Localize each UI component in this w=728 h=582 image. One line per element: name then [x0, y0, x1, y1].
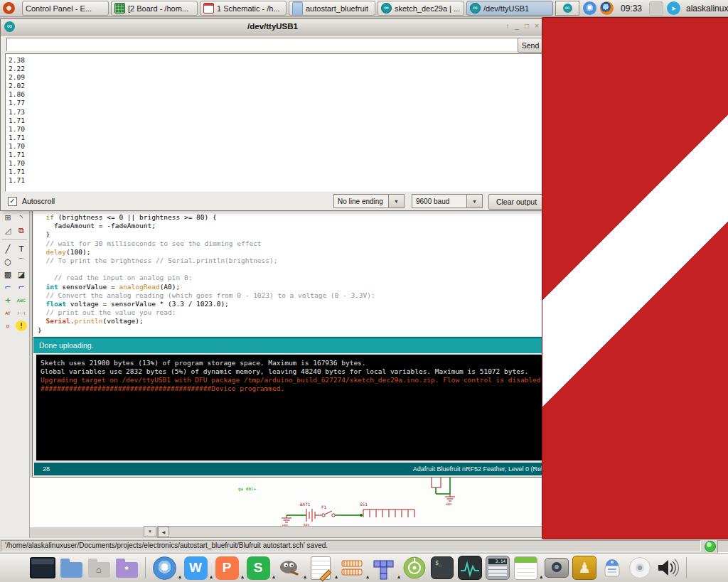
chromium-tray-icon[interactable] [583, 1, 596, 15]
calendar-launcher[interactable] [513, 556, 537, 580]
chevron-down-icon[interactable]: ▼ [467, 194, 483, 208]
webcam-app-launcher[interactable] [628, 556, 652, 580]
network-tray-icon[interactable] [649, 1, 663, 16]
geda-launcher[interactable] [340, 556, 364, 580]
code-line: // print out the value you read: [38, 308, 601, 317]
serial-monitor-window: ∞ /dev/ttyUSB1 ↑ _ □ × Send 2.38 2.22 2.… [0, 18, 545, 211]
gimp-launcher[interactable] [277, 556, 301, 580]
calculator-launcher[interactable]: 3.14 [486, 556, 510, 580]
minimize-icon[interactable]: _ [515, 22, 520, 30]
firefox-tray-icon[interactable] [600, 1, 614, 15]
insert-net-tool[interactable]: ⊞ [2, 212, 14, 223]
text-editor-launcher[interactable] [309, 556, 333, 580]
arduino-icon: ∞ [381, 3, 392, 14]
taskbar-button[interactable]: [2 Board - /hom... [111, 1, 198, 16]
wps-writer-launcher[interactable]: W [183, 556, 208, 580]
draw-arc-tool[interactable]: ⌒ [16, 257, 27, 267]
menu-arrow-icon[interactable]: ▴ [335, 573, 338, 580]
chess-launcher[interactable]: ♟ [572, 556, 596, 580]
maximize-icon[interactable]: □ [525, 22, 529, 30]
gschem-toolbar-grid: ⊞◝◿⧉╱T○⌒▩◪⌐⌐+ABCAT⊢⊣⌕! [0, 205, 29, 331]
taskbar-button[interactable]: autostart_bluefruit [289, 1, 375, 16]
settings-folder-launcher[interactable]: * [114, 556, 139, 580]
insert-text-tool[interactable]: T [16, 244, 27, 254]
camera-tool-launcher[interactable] [545, 556, 569, 580]
console-output[interactable]: Sketch uses 21900 bytes (13%) of program… [36, 355, 612, 460]
wps-spreadsheet-launcher[interactable]: S [246, 556, 270, 580]
insert-picture-tool[interactable]: ◪ [16, 269, 27, 280]
scroll-left-icon[interactable]: ◀ [158, 527, 169, 537]
copy-tool[interactable]: ⌐ [2, 282, 14, 293]
console-line: Sketch uses 21900 bytes (13%) of program… [41, 359, 608, 367]
baud-rate-select[interactable]: 9600 baud ▼ [412, 194, 483, 208]
show-desktop-button[interactable] [30, 556, 55, 580]
calendar-icon [514, 556, 537, 580]
system-monitor-launcher[interactable] [458, 556, 482, 580]
draw-line-tool[interactable]: ╱ [2, 244, 14, 254]
close-icon[interactable]: × [535, 22, 539, 30]
taskbar-button-label: /dev/ttyUSB1 [483, 4, 529, 13]
telegram-tray-icon[interactable]: ➤ [667, 1, 680, 15]
serial-monitor-titlebar[interactable]: ∞ /dev/ttyUSB1 ↑ _ □ × [1, 19, 545, 36]
edit-text-tool[interactable]: ABC [16, 295, 27, 306]
multi-copy-tool[interactable]: ⌐ [16, 282, 27, 293]
clock[interactable]: 09:33 [621, 4, 642, 14]
chevron-down-icon[interactable]: ▼ [389, 194, 405, 208]
taskbar-button-label: [2 Board - /hom... [128, 4, 188, 13]
move-tool[interactable]: + [2, 295, 14, 306]
android-studio-launcher[interactable] [402, 556, 427, 580]
code-line: // To print the brightness // Serial.pri… [38, 257, 601, 265]
net-label: ga dbl+ [238, 486, 257, 492]
menu-arrow-icon[interactable]: ▴ [540, 573, 542, 580]
insert-attribute-tool[interactable]: ◿ [2, 225, 14, 236]
pin-tool[interactable]: ⊢⊣ [16, 308, 27, 318]
serial-output[interactable]: 2.38 2.22 2.09 2.02 1.86 1.77 1.73 1.71 … [5, 53, 542, 192]
kicad-launcher[interactable] [371, 556, 395, 580]
autonumber-tool[interactable]: AT [2, 308, 14, 318]
menu-arrow-icon[interactable]: ▴ [366, 573, 369, 580]
upload-status-bar: Done uploading. [33, 337, 616, 353]
menu-arrow-icon[interactable]: ▴ [304, 573, 306, 580]
arduino-icon: ∞ [563, 4, 572, 13]
status-message: '/home/alaskalinuxuser/Documents/project… [1, 540, 701, 551]
tray-arduino-window[interactable]: ∞ [555, 1, 579, 16]
app-menu-icon[interactable] [3, 2, 15, 14]
taskbar-button[interactable]: 1 Schematic - /h... [200, 1, 287, 16]
taskbar-button[interactable]: Control Panel - E... [22, 1, 109, 16]
serial-input[interactable] [6, 38, 518, 51]
menu-arrow-icon[interactable]: ▴ [272, 573, 275, 580]
status-led [705, 541, 716, 552]
taskbar-button[interactable]: ∞/dev/ttyUSB1 [466, 1, 553, 16]
shade-icon[interactable]: ↑ [506, 22, 510, 30]
folder-icon [292, 1, 303, 16]
taskbar-button[interactable]: ∞sketch_dec29a | ... [378, 1, 464, 16]
code-line: // read the input on analog pin 0: [38, 274, 601, 282]
autoscroll-checkbox[interactable]: ✓ [8, 197, 17, 206]
home-folder-launcher[interactable]: ⌂ [87, 556, 111, 580]
robot-app-launcher[interactable] [600, 556, 624, 580]
clear-output-button[interactable]: Clear output [488, 194, 545, 210]
menu-arrow-icon[interactable]: ▴ [210, 573, 213, 580]
code-editor[interactable]: if (brightness <= 0 || brightness >= 80)… [38, 213, 601, 335]
draw-circle-tool[interactable]: ○ [2, 257, 14, 267]
gschem-vscroll-down[interactable]: ▼ [144, 526, 156, 538]
insert-component-tool[interactable]: ⧉ [16, 225, 27, 236]
draw-box-tool[interactable]: ▩ [2, 269, 14, 280]
menu-arrow-icon[interactable]: ▴ [178, 573, 181, 580]
zoom-tool[interactable]: ⌕ [2, 320, 14, 331]
wps-presentation-launcher[interactable]: P [215, 556, 239, 580]
file-manager-launcher[interactable] [59, 556, 83, 580]
cursor-line-number: 28 [43, 465, 50, 473]
autoscroll-label: Autoscroll [22, 197, 55, 205]
menu-arrow-icon[interactable]: ▴ [241, 573, 244, 580]
warning-indicator[interactable]: ! [16, 320, 27, 331]
chromium-launcher[interactable] [152, 556, 176, 580]
menu-arrow-icon[interactable]: ▴ [397, 573, 400, 580]
send-button[interactable]: Send [518, 38, 543, 53]
volume-control[interactable] [655, 556, 680, 580]
speaker-icon [655, 556, 680, 580]
terminal-launcher[interactable]: $_ [430, 556, 454, 580]
code-line: int sensorValue = analogRead(A0); [38, 283, 601, 291]
insert-bus-tool[interactable]: ◝ [16, 212, 27, 223]
line-ending-select[interactable]: No line ending ▼ [333, 194, 405, 208]
